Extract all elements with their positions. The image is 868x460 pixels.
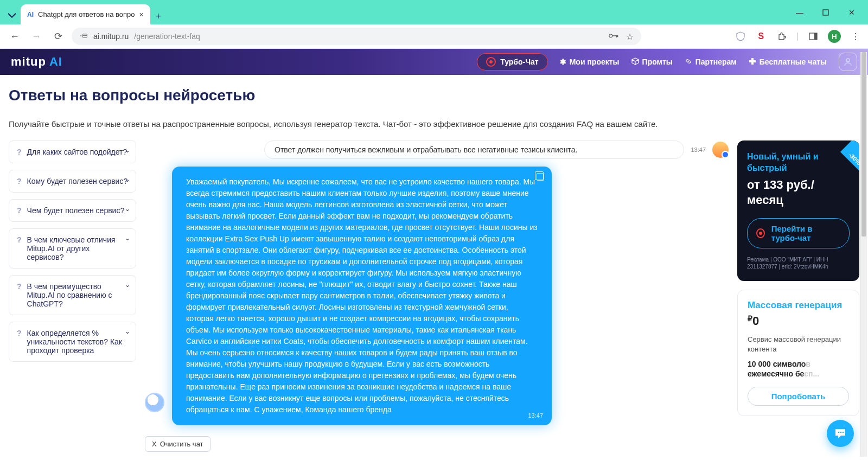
window-controls: — ✕	[792, 5, 868, 24]
account-button[interactable]	[839, 53, 857, 71]
try-button[interactable]: Попробовать	[748, 387, 849, 406]
bookmark-star-icon[interactable]: ☆	[626, 31, 634, 42]
question-mark-icon: ?	[17, 282, 22, 291]
browser-tab-active[interactable]: AI Chatgpt для ответов на вопро ×	[21, 4, 150, 24]
faq-label: Чем будет полезен сервис?	[27, 206, 125, 215]
tabs-dropdown-button[interactable]	[3, 7, 21, 24]
nav-partners[interactable]: Партнерам	[685, 58, 737, 67]
scrollbar-thumb[interactable]	[861, 52, 866, 237]
faq-item[interactable]: ?Для каких сайтов подойдет?⌄	[9, 140, 136, 163]
password-key-icon[interactable]	[609, 31, 618, 41]
side-panel-icon[interactable]	[807, 30, 819, 42]
faq-label: В чем ключевые отличия Mitup.AI от други…	[27, 235, 128, 261]
bot-message-time: 13:47	[528, 411, 543, 420]
address-bar[interactable]: ai.mitup.ru/generation-text-faq ☆	[72, 28, 641, 45]
vertical-scrollbar[interactable]	[860, 52, 867, 457]
page-title: Ответы на вопросы нейросетью	[9, 87, 859, 104]
mass-detail-line-2: ежемесячно бесп...	[748, 369, 849, 378]
svg-rect-7	[617, 35, 618, 37]
tab-favicon-icon: AI	[27, 11, 34, 18]
user-message-row: Ответ должен получиться вежливым и отраб…	[264, 140, 729, 159]
promo-cta-button[interactable]: Перейти в турбо-чат	[747, 218, 850, 248]
link-icon	[685, 58, 692, 67]
extensions-puzzle-icon[interactable]	[776, 30, 788, 42]
window-close-icon[interactable]: ✕	[844, 5, 859, 20]
nav-turbo-label: Турбо-Чат	[500, 58, 539, 66]
nav-turbo-chat[interactable]: Турбо-Чат	[477, 53, 548, 71]
asterisk-icon: ✱	[560, 58, 566, 66]
svg-rect-9	[814, 33, 817, 40]
bot-avatar-icon	[145, 393, 164, 412]
svg-rect-0	[823, 10, 828, 15]
window-maximize-icon[interactable]	[818, 5, 833, 20]
svg-rect-6	[616, 35, 617, 37]
mass-price: ₽0	[748, 314, 849, 328]
nav-free-chats-label: Бесплатные чаты	[760, 58, 827, 66]
chevron-down-icon: ⌄	[125, 176, 130, 183]
svg-point-12	[840, 432, 842, 433]
page-subtitle: Получайте быстрые и точные ответы на рас…	[9, 119, 859, 129]
svg-point-11	[838, 432, 840, 433]
faq-sidebar: ?Для каких сайтов подойдет?⌄ ?Кому будет…	[9, 140, 136, 362]
nav-projects-label: Мои проекты	[570, 58, 620, 66]
faq-item[interactable]: ?В чем ключевые отличия Mitup.AI от друг…	[9, 228, 136, 269]
extension-s-icon[interactable]: S	[755, 30, 767, 42]
nav-forward-icon[interactable]: →	[28, 28, 44, 44]
svg-point-4	[609, 34, 612, 37]
user-message-time: 13:47	[691, 146, 706, 153]
nav-free-chats[interactable]: Бесплатные чаты	[749, 58, 827, 67]
window-minimize-icon[interactable]: —	[792, 5, 807, 20]
question-mark-icon: ?	[17, 177, 22, 186]
faq-item[interactable]: ?Чем будет полезен сервис?⌄	[9, 199, 136, 222]
url-path: /generation-text-faq	[134, 32, 200, 41]
extension-shield-icon[interactable]	[735, 30, 746, 42]
chat-fab-button[interactable]	[827, 420, 854, 447]
faq-item[interactable]: ?В чем преимущество Mitup.AI по сравнени…	[9, 275, 136, 315]
faq-label: Как определяется % уникальности текстов?…	[27, 329, 128, 355]
nav-my-projects[interactable]: ✱ Мои проекты	[560, 58, 620, 66]
tab-close-icon[interactable]: ×	[139, 10, 144, 19]
mass-subtitle: Сервис массовой генерации контента	[748, 335, 849, 354]
copy-icon[interactable]	[537, 173, 544, 181]
faq-item[interactable]: ?Кому будет полезен сервис?⌄	[9, 170, 136, 193]
promo-cta-label: Перейти в турбо-чат	[771, 224, 840, 242]
nav-reload-icon[interactable]: ⟳	[50, 28, 66, 44]
record-icon	[756, 228, 765, 238]
svg-rect-5	[612, 35, 618, 36]
site-info-icon[interactable]	[79, 32, 88, 41]
plus-medical-icon	[749, 58, 756, 67]
tab-title: Chatgpt для ответов на вопро	[38, 10, 135, 18]
site-logo[interactable]: mitup AI	[11, 55, 62, 69]
page-content: Ответы на вопросы нейросетью Получайте б…	[0, 75, 868, 452]
question-mark-icon: ?	[17, 235, 22, 244]
nav-prompts[interactable]: Промты	[631, 58, 673, 67]
right-sidebar: -30% Новый, умный и быстрый от 133 руб./…	[737, 140, 859, 416]
svg-rect-3	[82, 35, 87, 36]
logo-text: mitup	[11, 55, 46, 69]
browser-toolbar-right: S | H ⋮	[735, 30, 861, 43]
promo-title: Новый, умный и быстрый	[747, 151, 850, 174]
record-icon	[486, 57, 496, 67]
chevron-down-icon: ⌄	[125, 146, 130, 154]
faq-item[interactable]: ?Как определяется % уникальности текстов…	[9, 322, 136, 362]
clear-chat-button[interactable]: X Очистить чат	[145, 436, 210, 452]
bot-message-text: Уважаемый покупатель, Мы искренне сожале…	[186, 177, 538, 414]
faq-label: Для каких сайтов подойдет?	[27, 148, 127, 156]
chevron-down-icon: ⌄	[125, 205, 130, 213]
svg-point-1	[80, 35, 81, 36]
new-tab-button[interactable]: +	[150, 8, 167, 24]
nav-back-icon[interactable]: ←	[7, 28, 23, 44]
promo-legal-text: Реклама | ООО "МИТ АП" | ИНН 2311327877 …	[747, 256, 850, 270]
mass-generation-card: Массовая генерация ₽0 Сервис массовой ге…	[737, 290, 859, 416]
chevron-down-icon: ⌄	[125, 328, 130, 335]
profile-avatar-button[interactable]: H	[828, 30, 841, 43]
svg-point-10	[846, 59, 850, 62]
cube-icon	[631, 58, 639, 67]
browser-toolbar: ← → ⟳ ai.mitup.ru/generation-text-faq ☆ …	[0, 24, 868, 49]
question-mark-icon: ?	[17, 329, 22, 337]
clear-chat-label: Очистить чат	[160, 440, 203, 448]
mass-title: Массовая генерация	[748, 300, 849, 311]
browser-menu-icon[interactable]: ⋮	[850, 30, 861, 42]
user-message-bubble: Ответ должен получиться вежливым и отраб…	[264, 140, 684, 159]
site-header: mitup AI Турбо-Чат ✱ Мои проекты Промты …	[0, 49, 868, 75]
